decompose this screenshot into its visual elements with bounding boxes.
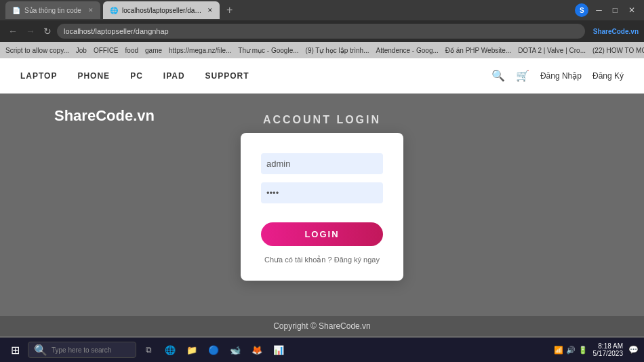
nav-ipad[interactable]: IPAD	[163, 71, 185, 81]
bookmark-do-an[interactable]: Đồ án PHP Website...	[445, 47, 511, 54]
bookmark-job[interactable]: Job	[76, 47, 87, 54]
taskbar-icon-app3[interactable]: 📊	[269, 340, 288, 359]
taskbar-battery-icon: 🔋	[578, 346, 588, 355]
register-link[interactable]: Chưa có tài khoản ? Đăng ký ngay	[261, 256, 383, 264]
brand-logo: ShareCode.vn	[54, 107, 155, 125]
tab1-label: Sửa thông tin code	[24, 7, 81, 14]
start-button[interactable]: ⊞	[5, 341, 25, 359]
win-maximize[interactable]: □	[609, 4, 621, 16]
bookmark-how-to[interactable]: (22) HOW TO MOD...	[592, 47, 644, 54]
new-tab-button[interactable]: +	[222, 4, 237, 16]
taskbar-volume-icon: 🔊	[566, 346, 576, 355]
bookmark-game[interactable]: game	[145, 47, 162, 54]
taskbar-wifi-icon: 📶	[554, 346, 563, 355]
nav-support[interactable]: SUPPORT	[205, 71, 249, 81]
taskbar-clock: 8:18 AM 5/17/2023	[593, 342, 624, 357]
taskbar-icon-app1[interactable]: 🐋	[226, 340, 245, 359]
taskbar-search-text: Type here to search	[52, 346, 111, 354]
back-button[interactable]: ←	[5, 24, 20, 38]
tab2-close[interactable]: ✕	[207, 7, 213, 14]
bookmark-script[interactable]: Script to allow copy...	[5, 47, 69, 54]
forward-button[interactable]: →	[23, 24, 38, 38]
taskbar-notification[interactable]: 💬	[628, 345, 639, 355]
bookmark-tu-hoc[interactable]: (9) Tự học lập trình...	[306, 47, 369, 54]
bookmark-office[interactable]: OFFICE	[94, 47, 119, 54]
taskbar-search-box[interactable]: 🔍 Type here to search	[28, 342, 136, 358]
taskbar-icon-chrome[interactable]: 🔵	[204, 340, 223, 359]
tab2-favicon: 🌐	[110, 7, 118, 14]
win-minimize[interactable]: ─	[592, 4, 605, 16]
page-title: ACCOUNT LOGIN	[263, 114, 381, 125]
search-icon-taskbar: 🔍	[34, 344, 47, 357]
nav-pc[interactable]: PC	[130, 71, 143, 81]
register-button[interactable]: Đăng Ký	[592, 71, 624, 81]
search-icon[interactable]: 🔍	[491, 69, 505, 82]
cart-icon[interactable]: 🛒	[516, 69, 529, 82]
nav-laptop[interactable]: LAPTOP	[20, 71, 57, 81]
taskbar-icon-task-view[interactable]: ⧉	[139, 340, 158, 359]
login-submit-button[interactable]: LOGIN	[261, 222, 383, 246]
refresh-button[interactable]: ↻	[41, 24, 54, 38]
win-close[interactable]: ✕	[625, 4, 639, 16]
bookmark-food[interactable]: food	[125, 47, 138, 54]
browser-logo: S	[580, 7, 584, 14]
tab2-label: localhost/laptopseller/dangnhap	[122, 7, 203, 14]
login-button[interactable]: Đăng Nhập	[540, 71, 582, 81]
taskbar-icon-explorer[interactable]: 📁	[182, 340, 201, 359]
browser-logo-badge: ShareCode.vn	[593, 27, 639, 35]
taskbar-icon-app2[interactable]: 🦊	[247, 340, 266, 359]
url-display: localhost/laptopseller/dangnhap	[64, 27, 169, 35]
username-input[interactable]	[261, 153, 383, 174]
bookmark-mega[interactable]: https://mega.nz/file...	[169, 47, 231, 54]
bookmark-attendence[interactable]: Attendence - Goog...	[376, 47, 439, 54]
tab1-favicon: 📄	[12, 7, 20, 14]
nav-phone[interactable]: PHONE	[77, 71, 110, 81]
password-input[interactable]	[261, 182, 383, 203]
bookmark-dota2[interactable]: DOTA 2 | Valve | Cro...	[518, 47, 586, 54]
tab1-close[interactable]: ✕	[88, 7, 94, 14]
taskbar-icon-edge[interactable]: 🌐	[161, 340, 180, 359]
login-form-container: LOGIN Chưa có tài khoản ? Đăng ký ngay	[241, 133, 403, 281]
bookmark-thu-muc[interactable]: Thư mục - Google...	[238, 47, 298, 54]
footer: Copyright © ShareCode.vn	[0, 316, 644, 336]
